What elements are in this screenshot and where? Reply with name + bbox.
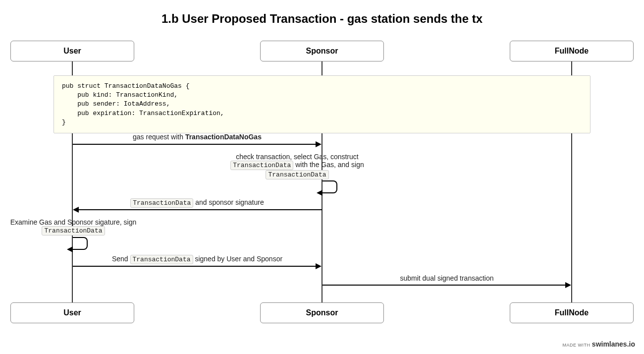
msg6-label: submit dual signed transaction [322,274,572,282]
msg5-code: TransactionData [130,255,193,264]
watermark: MADE WITH swimlanes.io [563,340,636,348]
msg1-text: gas request with [133,133,185,141]
msg6-arrow [322,285,566,286]
msg1-arrowhead [316,141,322,147]
msg5-suffix: signed by User and Sponsor [193,255,283,263]
lane-user-bottom: User [10,302,134,323]
msg2-mid: with the Gas, and sign [293,161,364,169]
msg6-arrowhead [565,282,571,288]
msg4-label: Examine Gas and Sponsor sigature, sign T… [9,218,138,236]
msg2-label: check transaction, select Gas, construct… [208,153,386,179]
msg1-arrow [73,144,317,145]
msg2-selfloop [322,180,337,193]
msg2-code2: TransactionData [266,170,328,179]
msg5-arrowhead [316,263,322,269]
msg4-code: TransactionData [42,226,105,236]
msg3-label: TransactionData and sponsor signature [72,198,322,208]
code-note: pub struct TransactionDataNoGas { pub ki… [54,75,590,133]
msg2-code1: TransactionData [230,161,293,170]
msg2-line3: TransactionData [208,170,386,179]
msg2-line1: check transaction, select Gas, construct [208,153,386,161]
msg3-code: TransactionData [130,198,193,208]
diagram-canvas: User Sponsor FullNode pub struct Transac… [0,0,644,354]
msg5-label: Send TransactionData signed by User and … [72,255,322,264]
msg4-line1: Examine Gas and Sponsor sigature, sign [9,218,138,226]
msg3-arrow [79,209,322,210]
msg1-label: gas request with TransactionDataNoGas [72,133,322,141]
msg4-selfloop [73,237,88,250]
lane-fullnode-bottom: FullNode [510,302,634,323]
lane-sponsor-bottom: Sponsor [260,302,384,323]
msg3-arrowhead [73,207,79,213]
msg3-suffix: and sponsor signature [193,198,264,206]
lane-fullnode-top: FullNode [510,41,634,61]
watermark-made: MADE WITH [563,343,590,348]
msg5-prefix: Send [112,255,130,263]
lane-user-top: User [10,41,134,61]
msg1-bold: TransactionDataNoGas [185,133,262,141]
watermark-brand: swimlanes.io [592,340,635,348]
lane-sponsor-top: Sponsor [260,41,384,61]
msg2-line2: TransactionData with the Gas, and sign [208,161,386,170]
msg5-arrow [73,266,317,267]
msg4-line2: TransactionData [9,226,138,236]
